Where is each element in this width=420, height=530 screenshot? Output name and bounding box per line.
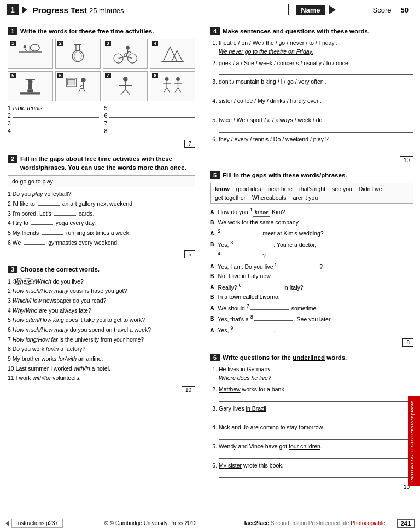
s4-answer-5 <box>219 126 413 132</box>
s2-sentence-3: 3 I'm bored. Let's cards. <box>8 210 195 218</box>
svg-point-9 <box>114 54 123 64</box>
answer-6-line <box>109 117 195 118</box>
svg-line-37 <box>120 90 125 95</box>
activity-image-4: 4 <box>150 39 195 69</box>
svg-line-32 <box>83 89 85 93</box>
s4-sentence-1: theatre / on / We / the / go / never / t… <box>219 39 413 56</box>
section-4: 4 Make sentences and questions with thes… <box>210 27 413 166</box>
s3-circled-1: Where <box>13 278 34 285</box>
header: 1 Progress Test 25 minutes Name Score 50 <box>0 0 420 20</box>
svg-line-47 <box>176 88 178 92</box>
s6-answer-2 <box>219 395 413 402</box>
answer-2: 2 <box>8 112 99 119</box>
s5-blank-1: know <box>253 208 271 217</box>
s3-sentence-10: 10 Last summer I worked with/in a hotel. <box>8 365 195 373</box>
activity-image-6: 6 <box>55 71 101 101</box>
s5-blank-5 <box>278 268 317 268</box>
s2-sentence-6: 6 We gymnastics every weekend. <box>8 239 195 247</box>
svg-point-44 <box>176 77 180 81</box>
s3-sentence-6: 6 How much/How many do you spend on trav… <box>8 326 195 334</box>
s6-answer-5 <box>219 452 413 459</box>
s6-sentence-4: Nick and Jo are coming to stay tomorrow. <box>219 423 413 440</box>
svg-rect-27 <box>67 80 75 85</box>
footer-instructions[interactable]: Instructions p237 <box>11 519 63 528</box>
s2-sentence-1: 1 Do you play volleyball? <box>8 190 195 198</box>
answer-8: 8 <box>104 128 196 134</box>
answer-4: 4 <box>8 128 99 134</box>
s2-sentence-2: 2 I'd like to an art gallery next weeken… <box>8 200 195 208</box>
brand-name: face2face <box>244 520 270 526</box>
s5-blank-7 <box>250 309 289 310</box>
s5-blank-6 <box>242 289 281 289</box>
s3-sentence-1: 1 Where/Which do you live? <box>8 278 195 286</box>
footer-brand: face2face Second edition Pre-Intermediat… <box>232 520 396 526</box>
svg-line-4 <box>25 48 26 51</box>
level-label: Pre-Intermediate <box>308 520 351 526</box>
s2-blank-4 <box>31 224 53 225</box>
table-tennis-icon <box>13 42 48 65</box>
answer-3: 3 <box>8 120 99 126</box>
section-3-num: 3 <box>8 266 18 273</box>
name-label: Name <box>296 5 324 15</box>
s4-score-wrap: 10 <box>210 154 413 166</box>
section-4-title: Make sentences and questions with these … <box>223 27 370 36</box>
s3-sentence-5: 5 How often/How long does it take you to… <box>8 316 195 324</box>
svg-line-14 <box>125 51 129 54</box>
score-box: 50 <box>396 5 413 15</box>
section-1: 1 Write the words for these free time ac… <box>8 27 195 150</box>
section-5-dialogue: A How do you 1know Kim? B We work for th… <box>210 206 413 334</box>
s5-line-9: A We should 7 sometime. <box>210 303 413 312</box>
section-5-title: Fill in the gaps with these words/phrase… <box>223 171 347 180</box>
minutes-label: 25 minutes <box>89 7 124 15</box>
answer-5-line <box>109 110 195 110</box>
section-2-title: Fill in the gaps about free time activit… <box>20 154 195 172</box>
s5-line-4: B Yes, 3. You're a doctor, <box>210 239 413 249</box>
svg-line-15 <box>129 51 131 53</box>
s5-line-2: B We work for the same company. <box>210 218 413 227</box>
svg-line-13 <box>125 57 132 59</box>
svg-line-30 <box>80 85 83 87</box>
svg-line-43 <box>167 88 170 92</box>
s6-example-1: Where does he live? <box>219 375 271 381</box>
section-1-title: Write the words for these free time acti… <box>20 27 154 36</box>
answer-7-line <box>109 125 195 125</box>
art-gallery-icon <box>60 74 96 97</box>
s4-sentence-6: they / every / tennis / Do / weekend / p… <box>219 135 413 152</box>
header-left: 1 Progress Test 25 minutes <box>7 4 282 15</box>
wb-thats-right: that's right <box>299 186 325 192</box>
footer-arrow-icon <box>5 521 9 526</box>
wb-good-idea: good idea <box>236 186 261 192</box>
svg-line-42 <box>164 88 167 92</box>
s2-sentence-5: 5 My friends running six times a week. <box>8 229 195 237</box>
section-1-score: 7 <box>184 140 195 148</box>
s5-line-6: B No, I live in Italy now. <box>210 272 413 280</box>
svg-point-34 <box>123 77 127 82</box>
photocopiable-label: Photocopiable <box>351 520 385 526</box>
section-5: 5 Fill in the gaps with these words/phra… <box>210 171 413 349</box>
section-1-header: 1 Write the words for these free time ac… <box>8 27 195 36</box>
s5-line-11: A Yes, 9. <box>210 325 413 334</box>
s2-sentence-4: 4 I try to yoga every day. <box>8 219 195 227</box>
wb-near-here: near here <box>268 186 293 192</box>
s4-answer-3 <box>219 88 413 94</box>
s5-line-10: B Yes, that's a 8. See you later. <box>210 314 413 323</box>
answer-8-line <box>109 132 195 133</box>
s5-blank-3 <box>234 246 272 246</box>
svg-rect-22 <box>27 90 33 93</box>
section-3-header: 3 Choose the correct words. <box>8 265 195 274</box>
s3-sentence-7: 7 How long/How far is the university fro… <box>8 336 195 344</box>
svg-point-11 <box>124 54 126 57</box>
s5-blank-2 <box>222 235 260 235</box>
s5-blank-8 <box>254 320 293 321</box>
s4-answer-2 <box>219 68 413 75</box>
left-column: 1 Write the words for these free time ac… <box>0 25 202 511</box>
s6-sentence-2: Matthew works for a bank. <box>219 385 413 402</box>
svg-rect-21 <box>20 93 40 95</box>
s3-sentence-4: 4 Why/Who are you always late? <box>8 307 195 315</box>
activity-image-2: 2 <box>55 39 101 69</box>
section-4-header: 4 Make sentences and questions with thes… <box>210 27 413 36</box>
s2-blank-1: play <box>32 191 43 197</box>
activity-image-3: 3 <box>103 39 148 69</box>
svg-point-10 <box>127 54 137 64</box>
section-3: 3 Choose the correct words. 1 Where/Whic… <box>8 265 195 396</box>
